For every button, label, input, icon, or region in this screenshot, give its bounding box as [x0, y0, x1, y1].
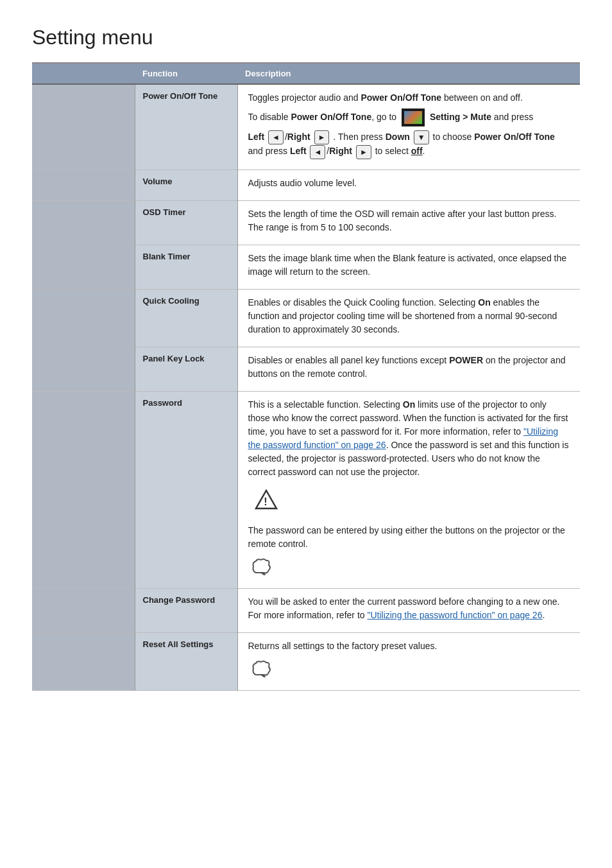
svg-text:!: ! [264, 496, 267, 507]
note-icon [251, 557, 570, 579]
row-desc-change-password: You will be asked to enter the current p… [237, 588, 580, 632]
table-row: OSD Timer Sets the length of time the OS… [32, 200, 580, 245]
row-label-password [32, 391, 135, 588]
row-function-power-tone: Power On/Off Tone [135, 84, 237, 169]
row-desc-panel-key: Disables or enables all panel key functi… [237, 347, 580, 391]
row-label-panel-key [32, 347, 135, 391]
password-note-text: The password can be entered by using eit… [248, 524, 570, 551]
table-row: Panel Key Lock Disables or enables all p… [32, 347, 580, 391]
warning-icon: ! [255, 488, 570, 515]
setting-mute-label: Setting > Mute and press [430, 112, 533, 122]
header-col3: Description [237, 63, 580, 84]
row-desc-password: This is a selectable function. Selecting… [237, 391, 580, 588]
row-function-panel-key: Panel Key Lock [135, 347, 237, 391]
page-title: Setting menu [32, 26, 580, 49]
table-row: Reset All Settings Returns all settings … [32, 632, 580, 690]
row-function-quick-cooling: Quick Cooling [135, 289, 237, 347]
left-arrow-btn: ◄ [268, 130, 284, 144]
change-password-desc-text: You will be asked to enter the current p… [248, 595, 570, 622]
row-label-power-tone [32, 84, 135, 169]
right-arrow-btn2: ► [356, 145, 371, 159]
down-arrow-btn: ▼ [414, 130, 429, 144]
settings-table: Function Description Power On/Off Tone T… [32, 62, 580, 691]
setting-menu-icon [402, 108, 425, 126]
note-icon-reset [251, 659, 570, 681]
table-row: Power On/Off Tone Toggles projector audi… [32, 84, 580, 169]
table-row: Volume Adjusts audio volume level. [32, 169, 580, 200]
then-press-down-label: Then press Down [338, 132, 410, 142]
osd-desc-text: Sets the length of time the OSD will rem… [248, 207, 570, 234]
blank-desc-text: Sets the image blank time when the Blank… [248, 252, 570, 279]
note-symbol-icon-reset [251, 659, 271, 677]
row-function-change-password: Change Password [135, 588, 237, 632]
row-function-osd: OSD Timer [135, 200, 237, 245]
password-desc-text: This is a selectable function. Selecting… [248, 398, 570, 479]
reset-desc-text: Returns all settings to the factory pres… [248, 639, 570, 653]
row-desc-quick-cooling: Enables or disables the Quick Cooling fu… [237, 289, 580, 347]
row-desc-blank: Sets the image blank time when the Blank… [237, 245, 580, 289]
row-desc-osd: Sets the length of time the OSD will rem… [237, 200, 580, 245]
row-label-volume [32, 169, 135, 200]
table-row: Quick Cooling Enables or disables the Qu… [32, 289, 580, 347]
row-label-reset [32, 632, 135, 690]
right-arrow-btn: ► [314, 130, 330, 144]
row-function-blank: Blank Timer [135, 245, 237, 289]
row-label-osd [32, 200, 135, 245]
row-function-volume: Volume [135, 169, 237, 200]
panel-key-desc-text: Disables or enables all panel key functi… [248, 354, 570, 381]
volume-desc-text: Adjusts audio volume level. [248, 177, 570, 190]
table-row: Change Password You will be asked to ent… [32, 588, 580, 632]
row-label-quick-cooling [32, 289, 135, 347]
table-row: Password This is a selectable function. … [32, 391, 580, 588]
table-row: Blank Timer Sets the image blank time wh… [32, 245, 580, 289]
row-label-blank [32, 245, 135, 289]
row-function-reset: Reset All Settings [135, 632, 237, 690]
row-function-password: Password [135, 391, 237, 588]
quick-cooling-desc-text: Enables or disables the Quick Cooling fu… [248, 296, 570, 336]
left-arrow-btn2: ◄ [310, 145, 325, 159]
note-symbol-icon [251, 557, 271, 575]
row-desc-reset: Returns all settings to the factory pres… [237, 632, 580, 690]
warning-triangle-icon: ! [255, 488, 278, 511]
table-header-row: Function Description [32, 63, 580, 84]
row-desc-volume: Adjusts audio volume level. [237, 169, 580, 200]
row-desc-power-tone: Toggles projector audio and Power On/Off… [237, 84, 580, 169]
header-col1 [32, 63, 135, 84]
header-col2: Function [135, 63, 237, 84]
row-label-change-password [32, 588, 135, 632]
